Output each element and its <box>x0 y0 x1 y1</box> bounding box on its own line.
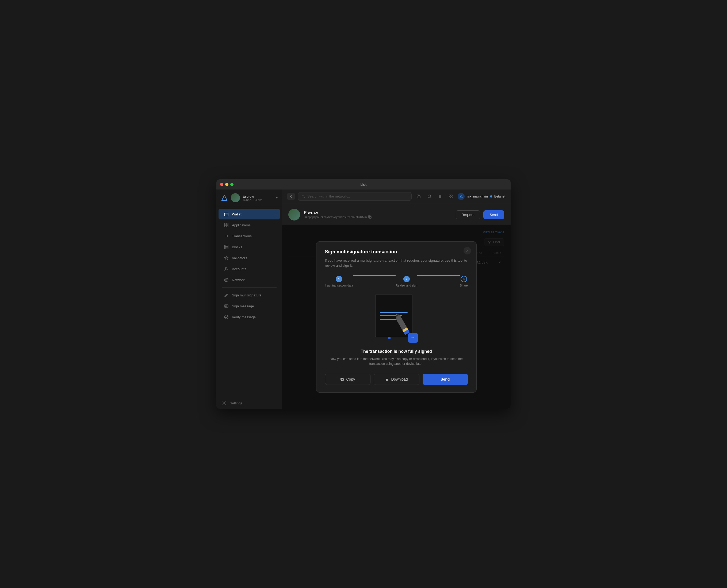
settings-icon <box>222 401 226 405</box>
sidebar-item-blocks[interactable]: Blocks <box>219 241 280 252</box>
svg-rect-15 <box>449 195 450 196</box>
step-1: 1 Input transaction data <box>325 276 354 287</box>
modal-actions: Copy Download Send <box>325 374 468 385</box>
sign-multisig-label: Sign multisignature <box>232 293 262 297</box>
topbar-profile: lisk_mainchain Betanet <box>458 193 505 200</box>
transaction-signed-title: The transaction is now fully signed <box>325 349 468 354</box>
step-2-num: 2 <box>406 277 407 281</box>
validators-label: Validators <box>232 256 247 260</box>
illustration: → <box>325 295 468 343</box>
settings-label: Settings <box>230 401 242 405</box>
sidebar-settings[interactable]: Settings <box>216 397 282 409</box>
wallet-address: lsknpnpqzn57kcay6dfskqrphdas92ehh7htu48v… <box>304 215 371 218</box>
back-icon <box>289 194 293 198</box>
app-window: Lisk Escrow lsknpo...u48vm ▾ <box>216 179 511 409</box>
close-dot[interactable] <box>220 183 223 186</box>
minimize-dot[interactable] <box>225 183 228 186</box>
sidebar: Escrow lsknpo...u48vm ▾ Wallet <box>216 189 282 409</box>
network-icon <box>224 277 229 282</box>
grid-icon[interactable] <box>447 193 455 200</box>
step-3-circle: 3 <box>461 276 467 282</box>
svg-rect-26 <box>341 378 343 381</box>
step-1-num: 1 <box>338 277 340 281</box>
svg-rect-7 <box>224 245 228 249</box>
sidebar-item-transactions[interactable]: Transactions <box>219 231 280 241</box>
applications-icon <box>224 223 229 228</box>
wallet-actions: Request Send <box>456 210 504 219</box>
sign-message-label: Sign message <box>232 304 254 308</box>
blocks-label: Blocks <box>232 245 242 249</box>
step-3: 3 Share <box>460 276 467 287</box>
arrow-button[interactable]: → <box>408 333 418 343</box>
step-2: 2 Review and sign <box>396 276 417 287</box>
request-button[interactable]: Request <box>456 210 480 219</box>
wallet-address-text: lsknpnpqzn57kcay6dfskqrphdas92ehh7htu48v… <box>304 215 367 218</box>
applications-label: Applications <box>232 223 250 227</box>
wallet-details: Escrow lsknpnpqzn57kcay6dfskqrphdas92ehh… <box>304 211 371 218</box>
svg-rect-17 <box>449 197 450 198</box>
sidebar-item-sign-message[interactable]: Sign message <box>219 301 280 311</box>
chevron-down-icon[interactable]: ▾ <box>276 196 278 200</box>
wallet-info: Escrow lsknpnpqzn57kcay6dfskqrphdas92ehh… <box>288 209 371 220</box>
maximize-dot[interactable] <box>230 183 234 186</box>
sign-multisig-modal: × Sign multisignature transaction If you… <box>316 241 477 393</box>
svg-rect-4 <box>226 223 228 225</box>
sidebar-item-verify-message[interactable]: Verify message <box>219 312 280 322</box>
sidebar-item-network[interactable]: Network <box>219 274 280 285</box>
sidebar-item-applications[interactable]: Applications <box>219 220 280 230</box>
sign-message-icon <box>224 303 229 309</box>
svg-rect-6 <box>226 225 228 227</box>
step-3-num: 3 <box>463 277 465 281</box>
network-label: Network <box>232 278 245 282</box>
main-inner: View all tokens Filter Fee Status <box>282 225 511 409</box>
wallet-label: Wallet <box>232 212 242 216</box>
search-bar[interactable]: Search within the network... <box>298 192 412 201</box>
svg-point-8 <box>225 267 227 269</box>
verify-message-icon <box>224 315 229 319</box>
sidebar-item-accounts[interactable]: Accounts <box>219 264 280 274</box>
sidebar-item-wallet[interactable]: Wallet <box>219 209 280 219</box>
accounts-icon <box>224 267 229 271</box>
transactions-icon <box>224 234 229 238</box>
back-button[interactable] <box>287 193 295 200</box>
send-modal-button[interactable]: Send <box>423 374 468 385</box>
verify-message-label: Verify message <box>232 315 256 319</box>
wallet-header: Escrow lsknpnpqzn57kcay6dfskqrphdas92ehh… <box>282 203 511 225</box>
steps-indicator: 1 Input transaction data 2 Review and si… <box>325 276 468 287</box>
download-button[interactable]: Download <box>373 374 419 385</box>
sidebar-account[interactable]: Escrow lsknpo...u48vm ▾ <box>216 189 282 206</box>
close-icon: × <box>466 248 468 253</box>
wallet-icon <box>224 212 229 216</box>
modal-title: Sign multisignature transaction <box>325 249 468 255</box>
send-button[interactable]: Send <box>483 210 504 219</box>
step-line-2 <box>417 275 460 276</box>
svg-rect-18 <box>451 197 452 198</box>
copy-button[interactable]: Copy <box>325 374 371 385</box>
blue-dot <box>388 337 390 339</box>
app-body: Escrow lsknpo...u48vm ▾ Wallet <box>216 189 511 409</box>
copy-address-icon[interactable] <box>368 215 371 218</box>
bell-icon[interactable] <box>426 193 433 200</box>
modal-close-button[interactable]: × <box>464 247 471 254</box>
profile-chain: Betanet <box>494 194 505 198</box>
step-3-label: Share <box>460 284 467 287</box>
transactions-label: Transactions <box>232 234 252 238</box>
topbar-icons <box>415 193 455 200</box>
illustration-box: → <box>375 295 418 343</box>
svg-rect-3 <box>224 223 226 225</box>
sidebar-item-sign-multisig[interactable]: Sign multisignature <box>219 290 280 300</box>
list-icon[interactable] <box>436 193 444 200</box>
search-icon <box>301 194 305 198</box>
arrow-right-icon: → <box>410 335 416 340</box>
account-name: Escrow <box>243 194 274 198</box>
lisk-logo-icon <box>221 194 228 202</box>
main-content: Search within the network... <box>282 189 511 409</box>
nav-divider <box>222 287 277 288</box>
svg-rect-20 <box>369 216 371 218</box>
sidebar-item-validators[interactable]: Validators <box>219 253 280 263</box>
account-avatar <box>231 193 240 202</box>
copy-icon[interactable] <box>415 193 422 200</box>
step-line-1 <box>353 275 396 276</box>
wallet-avatar <box>288 209 300 220</box>
download-btn-icon <box>385 377 389 381</box>
